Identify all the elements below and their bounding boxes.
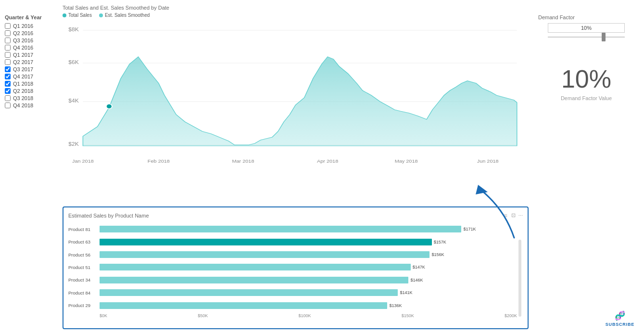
bar-value-label: $146K xyxy=(410,278,423,283)
bar-label: Product 56 xyxy=(68,249,97,260)
bar-row: $147K xyxy=(100,263,523,271)
bar-label: Product 29 xyxy=(68,300,97,311)
x-axis-labels: $0K$50K$100K$150K$200K xyxy=(68,313,523,318)
bar-label: Product 51 xyxy=(68,262,97,272)
filter-item[interactable]: Q4 2017 xyxy=(5,74,58,79)
slider-thumb[interactable] xyxy=(602,33,606,41)
slider-container xyxy=(548,37,625,38)
filter-title: Quarter & Year xyxy=(5,14,58,20)
bar-fill[interactable] xyxy=(100,226,461,232)
filter-item[interactable]: Q1 2017 xyxy=(5,52,58,58)
filter-item-label: Q4 2018 xyxy=(13,103,33,108)
bar-label: Product 63 xyxy=(68,237,97,247)
bar-row: $157K xyxy=(100,238,523,246)
subscribe-area[interactable]: 🧬 SUBSCRIBE xyxy=(606,310,634,327)
svg-text:$2K: $2K xyxy=(68,141,79,147)
svg-text:Feb 2018: Feb 2018 xyxy=(148,159,170,164)
filter-checkbox[interactable] xyxy=(5,103,11,108)
svg-marker-14 xyxy=(476,185,488,194)
filter-item[interactable]: Q3 2017 xyxy=(5,66,58,72)
filter-checkbox[interactable] xyxy=(5,23,11,29)
chart-dot xyxy=(106,104,112,109)
bar-fill[interactable] xyxy=(100,251,429,258)
bar-fill[interactable] xyxy=(100,302,387,309)
bar-fill[interactable] xyxy=(100,289,398,296)
filter-checkbox[interactable] xyxy=(5,88,11,94)
filter-item[interactable]: Q2 2016 xyxy=(5,30,58,36)
filter-item-label: Q4 2017 xyxy=(13,74,33,79)
filter-item[interactable]: Q3 2016 xyxy=(5,38,58,43)
legend-total-sales: Total Sales xyxy=(63,13,92,18)
bar-label: Product 84 xyxy=(68,287,97,298)
demand-factor-label: Demand Factor Value xyxy=(561,95,612,101)
svg-text:$4K: $4K xyxy=(68,98,79,103)
slider-track[interactable] xyxy=(548,37,625,38)
filter-item-label: Q4 2016 xyxy=(13,45,33,51)
bottom-chart-title: Estimated Sales by Product Name xyxy=(68,213,149,218)
filter-checkbox[interactable] xyxy=(5,59,11,65)
bottom-chart-container: Estimated Sales by Product Name ≡ ⊡ ··· … xyxy=(63,206,529,329)
right-panel: Demand Factor 10% 10% Demand Factor Valu… xyxy=(533,5,639,329)
demand-factor-value-box: 10% xyxy=(548,23,625,33)
dna-icon: 🧬 xyxy=(615,310,626,321)
filter-item[interactable]: Q1 2016 xyxy=(5,23,58,29)
x-axis-label: $200K xyxy=(505,313,517,318)
filter-item-label: Q1 2017 xyxy=(13,52,33,58)
line-chart-wrapper: $8K $6K $4K $2K xyxy=(63,21,529,175)
x-axis-label: $0K xyxy=(100,313,107,318)
legend-label-total-sales: Total Sales xyxy=(68,13,92,18)
filter-item[interactable]: Q1 2018 xyxy=(5,81,58,87)
bar-fill[interactable] xyxy=(100,264,411,270)
filter-checkbox[interactable] xyxy=(5,38,11,43)
filter-checkbox[interactable] xyxy=(5,74,11,79)
filter-checkbox[interactable] xyxy=(5,30,11,36)
arrow-annotation xyxy=(466,180,529,243)
filter-checkbox[interactable] xyxy=(5,81,11,87)
filter-item-label: Q3 2016 xyxy=(13,38,33,43)
filter-item-label: Q2 2017 xyxy=(13,59,33,65)
bar-labels: Product 81Product 63Product 56Product 51… xyxy=(68,223,100,312)
bar-value-label: $147K xyxy=(413,265,425,270)
bar-label: Product 81 xyxy=(68,224,97,234)
svg-text:Apr 2018: Apr 2018 xyxy=(317,159,339,164)
bar-value-label: $136K xyxy=(389,303,402,308)
bar-row: $141K xyxy=(100,289,523,296)
chart-legend: Total Sales Est. Sales Smoothed xyxy=(63,13,529,18)
filter-item[interactable]: Q3 2018 xyxy=(5,95,58,101)
filter-item-label: Q2 2016 xyxy=(13,30,33,36)
filter-item-label: Q2 2018 xyxy=(13,88,33,94)
line-chart-svg: $8K $6K $4K $2K xyxy=(63,21,529,175)
x-axis-label: $150K xyxy=(402,313,414,318)
filter-item[interactable]: Q4 2016 xyxy=(5,45,58,51)
main-container: Quarter & Year Q1 2016Q2 2016Q3 2016Q4 2… xyxy=(0,0,644,334)
bar-fill[interactable] xyxy=(100,277,408,283)
bar-row: $156K xyxy=(100,251,523,258)
filter-checkbox[interactable] xyxy=(5,45,11,51)
filter-item[interactable]: Q4 2018 xyxy=(5,103,58,108)
legend-dot-est-sales xyxy=(99,13,103,17)
filter-checkbox[interactable] xyxy=(5,52,11,58)
svg-text:Mar 2018: Mar 2018 xyxy=(232,159,254,164)
bar-value-label: $141K xyxy=(400,290,412,295)
svg-text:$8K: $8K xyxy=(68,27,79,32)
top-chart-area: Total Sales and Est. Sales Smoothed by D… xyxy=(63,5,529,204)
svg-text:May 2018: May 2018 xyxy=(395,159,418,164)
filter-item-label: Q3 2017 xyxy=(13,66,33,72)
bar-row: $136K xyxy=(100,302,523,309)
bars-container: $171K$157K$156K$147K$146K$141K$136K xyxy=(100,223,523,312)
top-chart-title: Total Sales and Est. Sales Smoothed by D… xyxy=(63,5,529,11)
svg-text:$6K: $6K xyxy=(68,60,79,65)
svg-text:Jan 2018: Jan 2018 xyxy=(72,159,94,164)
filter-checkbox[interactable] xyxy=(5,66,11,72)
filter-item-label: Q1 2018 xyxy=(13,81,33,87)
bar-label: Product 34 xyxy=(68,275,97,285)
legend-dot-total-sales xyxy=(63,13,66,17)
legend-est-sales: Est. Sales Smoothed xyxy=(99,13,150,18)
scrollbar[interactable] xyxy=(518,240,521,317)
legend-label-est-sales: Est. Sales Smoothed xyxy=(105,13,150,18)
subscribe-label[interactable]: SUBSCRIBE xyxy=(606,322,634,327)
filter-item[interactable]: Q2 2018 xyxy=(5,88,58,94)
filter-item[interactable]: Q2 2017 xyxy=(5,59,58,65)
bar-fill[interactable] xyxy=(100,239,432,245)
filter-checkbox[interactable] xyxy=(5,95,11,101)
